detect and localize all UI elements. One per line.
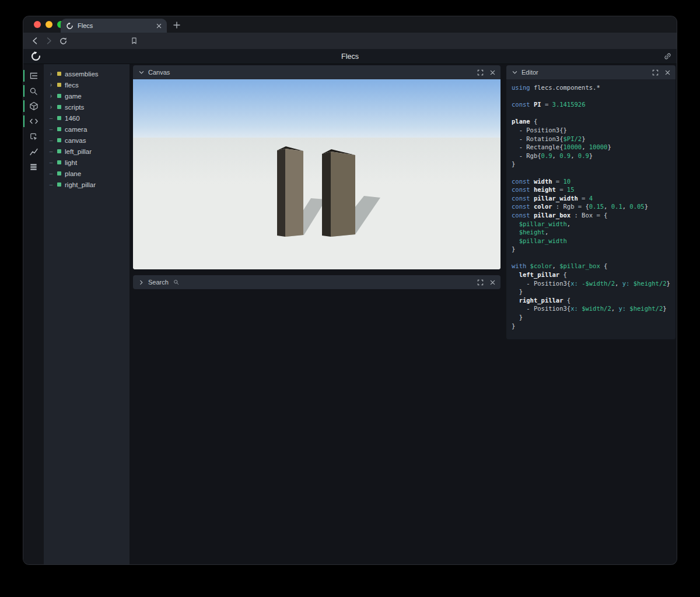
- tree-item-camera[interactable]: –camera: [44, 124, 130, 135]
- code-line[interactable]: - Position3{x: $width/2, y: $height/2}: [512, 304, 676, 313]
- expand-chevron-icon[interactable]: ›: [48, 82, 54, 88]
- code-line[interactable]: [512, 168, 676, 177]
- entity-color-square: [57, 149, 61, 153]
- entity-color-square: [57, 94, 61, 98]
- code-line[interactable]: using flecs.components.*: [512, 83, 676, 92]
- code-line[interactable]: - Rectangle{10000, 10000}: [512, 143, 676, 152]
- canvas-panel-title: Canvas: [148, 69, 170, 76]
- leaf-dash-icon: –: [48, 160, 54, 166]
- code-line[interactable]: $height,: [512, 228, 676, 237]
- canvas-3d-scene[interactable]: [133, 79, 501, 269]
- code-line[interactable]: const height = 15: [512, 185, 676, 194]
- editor-code[interactable]: using flecs.components.* const PI = 3.14…: [506, 79, 676, 339]
- tree-item-1460[interactable]: –1460: [44, 113, 130, 124]
- back-icon[interactable]: [29, 35, 41, 47]
- chart-icon[interactable]: [23, 144, 44, 159]
- code-line[interactable]: [512, 92, 676, 101]
- tab-close-icon[interactable]: [156, 23, 162, 29]
- entity-label: plane: [65, 170, 81, 177]
- entity-label: game: [65, 93, 82, 100]
- entity-color-square: [57, 160, 61, 164]
- expand-chevron-icon[interactable]: ›: [48, 71, 54, 77]
- code-icon[interactable]: [23, 114, 44, 129]
- entity-label: flecs: [65, 82, 79, 89]
- leaf-dash-icon: –: [48, 127, 54, 132]
- leaf-dash-icon: –: [48, 115, 54, 121]
- tree-item-plane[interactable]: –plane: [44, 168, 130, 179]
- entity-color-square: [57, 116, 61, 120]
- tree-item-left_pillar[interactable]: –left_pillar: [44, 146, 130, 157]
- leaf-dash-icon: –: [48, 138, 54, 143]
- cube-icon[interactable]: [23, 99, 44, 114]
- chevron-down-icon[interactable]: [138, 69, 145, 76]
- code-line[interactable]: - Rgb{0.9, 0.9, 0.9}: [512, 152, 676, 160]
- tree-item-flecs[interactable]: ›flecs: [44, 79, 130, 90]
- tree-item-game[interactable]: ›game: [44, 90, 130, 101]
- reload-icon[interactable]: [57, 35, 69, 47]
- leaf-dash-icon: –: [48, 171, 54, 177]
- expand-icon[interactable]: [652, 69, 659, 76]
- expand-chevron-icon[interactable]: ›: [48, 104, 54, 110]
- code-line[interactable]: left_pillar {: [512, 271, 676, 279]
- code-line[interactable]: const PI = 3.1415926: [512, 100, 676, 109]
- icon-rail: [23, 64, 44, 564]
- bookmark-icon[interactable]: [128, 35, 140, 47]
- code-line[interactable]: }: [512, 322, 676, 331]
- tree-item-right_pillar[interactable]: –right_pillar: [44, 179, 130, 190]
- new-tab-button[interactable]: [172, 20, 181, 30]
- code-line[interactable]: - Position3{}: [512, 126, 676, 135]
- code-line[interactable]: const pillar_box : Box = {: [512, 211, 676, 220]
- code-line[interactable]: }: [512, 160, 676, 168]
- code-line[interactable]: }: [512, 313, 676, 322]
- code-line[interactable]: const pillar_width = 4: [512, 194, 676, 203]
- code-line[interactable]: - Rotation3{$PI/2}: [512, 135, 676, 143]
- code-line[interactable]: - Position3{x: -$width/2, y: $height/2}: [512, 279, 676, 288]
- expand-icon[interactable]: [477, 69, 484, 76]
- code-line[interactable]: plane {: [512, 117, 676, 126]
- canvas-panel-header: Canvas: [133, 65, 501, 79]
- chevron-right-icon[interactable]: [138, 279, 145, 286]
- code-line[interactable]: [512, 254, 676, 262]
- code-line[interactable]: const color : Rgb = {0.15, 0.1, 0.05}: [512, 202, 676, 211]
- browser-tab[interactable]: Flecs: [61, 19, 167, 33]
- code-line[interactable]: const width = 10: [512, 177, 676, 186]
- editor-panel: Editor using flecs.components.* const PI…: [506, 65, 676, 339]
- tree-item-light[interactable]: –light: [44, 157, 130, 168]
- tree-icon[interactable]: [23, 68, 44, 83]
- code-line[interactable]: }: [512, 287, 676, 296]
- rows-icon[interactable]: [23, 159, 44, 174]
- entity-label: left_pillar: [65, 148, 92, 155]
- chevron-down-icon[interactable]: [511, 69, 518, 76]
- minimize-window-button[interactable]: [46, 21, 52, 28]
- close-icon[interactable]: [489, 279, 496, 286]
- entity-color-square: [57, 182, 61, 187]
- tree-item-canvas[interactable]: –canvas: [44, 135, 130, 146]
- close-window-button[interactable]: [34, 21, 41, 28]
- sky: [133, 79, 501, 138]
- code-line[interactable]: right_pillar {: [512, 296, 676, 305]
- tree-item-assemblies[interactable]: ›assemblies: [44, 68, 130, 79]
- entity-color-square: [57, 83, 61, 87]
- editor-panel-title: Editor: [522, 69, 538, 76]
- entity-label: canvas: [65, 137, 86, 144]
- entity-label: right_pillar: [65, 181, 96, 188]
- inspect-icon[interactable]: [23, 129, 44, 144]
- code-line[interactable]: $pillar_width: [512, 237, 676, 245]
- code-line[interactable]: $pillar_width,: [512, 220, 676, 229]
- leaf-dash-icon: –: [48, 149, 54, 154]
- entity-tree: ›assemblies›flecs›game›scripts–1460–came…: [44, 64, 130, 564]
- expand-icon[interactable]: [477, 279, 484, 286]
- link-icon[interactable]: [663, 52, 672, 61]
- entity-color-square: [57, 72, 61, 76]
- tree-item-scripts[interactable]: ›scripts: [44, 101, 130, 113]
- close-icon[interactable]: [489, 69, 496, 76]
- entity-label: camera: [65, 126, 87, 133]
- code-line[interactable]: }: [512, 245, 676, 254]
- code-line[interactable]: [512, 109, 676, 118]
- forward-icon[interactable]: [43, 35, 55, 47]
- close-icon[interactable]: [664, 69, 671, 76]
- search-icon[interactable]: [23, 83, 44, 99]
- browser-toolbar: flecs.dev/explorer/?wasm=https://www.fle…: [23, 33, 677, 49]
- expand-chevron-icon[interactable]: ›: [48, 93, 54, 99]
- code-line[interactable]: with $color, $pillar_box {: [512, 262, 676, 271]
